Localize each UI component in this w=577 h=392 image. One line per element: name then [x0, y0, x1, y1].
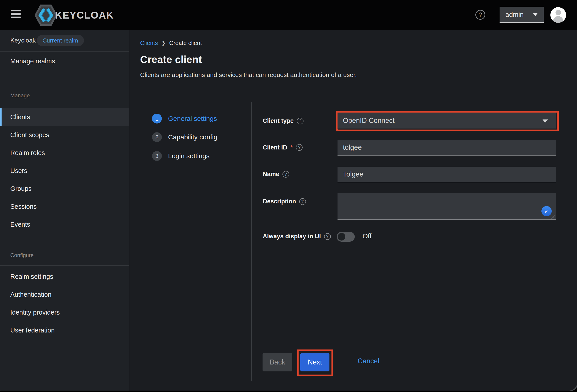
sidebar-item-sessions[interactable]: Sessions	[0, 198, 129, 215]
description-label: Description ?	[263, 198, 306, 205]
nav-group-configure: Configure	[10, 252, 34, 258]
user-menu-label: admin	[505, 11, 524, 18]
wizard-step-capability-config[interactable]: 2 Capability config	[152, 132, 217, 142]
step-label: General settings	[168, 115, 217, 122]
page-title: Create client	[140, 53, 202, 66]
client-type-value: OpenID Connect	[343, 117, 395, 125]
divider	[129, 91, 577, 91]
step-label: Capability config	[168, 133, 217, 141]
brand-text: KEYCLOAK	[55, 10, 114, 21]
step-number: 1	[152, 114, 162, 123]
wizard-step-general-settings[interactable]: 1 General settings	[152, 114, 217, 123]
always-display-toggle[interactable]	[337, 232, 355, 242]
sidebar-item-client-scopes[interactable]: Client scopes	[0, 126, 129, 144]
page-subtitle: Clients are applications and services th…	[140, 71, 357, 78]
sidebar-item-groups[interactable]: Groups	[0, 180, 129, 198]
help-icon[interactable]: ?	[299, 198, 306, 205]
breadcrumb: Clients ❯ Create client	[140, 40, 202, 46]
resize-handle-icon[interactable]	[550, 214, 555, 219]
always-display-label: Always display in UI ?	[263, 233, 331, 240]
sidebar-item-events[interactable]: Events	[0, 215, 129, 233]
wizard-step-login-settings[interactable]: 3 Login settings	[152, 151, 210, 161]
client-type-select[interactable]: OpenID Connect	[337, 112, 556, 129]
avatar[interactable]	[550, 7, 566, 23]
sidebar-item-users[interactable]: Users	[0, 162, 129, 180]
keycloak-logo-icon	[34, 3, 58, 27]
sidebar-item-manage-realms[interactable]: Manage realms	[0, 52, 129, 71]
caret-down-icon	[533, 13, 538, 16]
sidebar-item-clients[interactable]: Clients	[0, 108, 129, 126]
description-textarea[interactable]	[337, 193, 556, 220]
breadcrumb-clients-link[interactable]: Clients	[140, 40, 158, 46]
client-id-input[interactable]	[337, 140, 556, 155]
breadcrumb-current: Create client	[169, 40, 202, 46]
masthead: KEYCLOAK ? admin	[0, 0, 577, 30]
help-icon[interactable]: ?	[297, 118, 303, 124]
toggle-knob	[338, 233, 345, 241]
sidebar-item-realm-settings[interactable]: Realm settings	[0, 268, 129, 285]
step-number: 2	[152, 132, 162, 142]
sidebar: Keycloak Current realm Manage realms Man…	[0, 30, 129, 391]
nav-group-manage: Manage	[10, 92, 30, 99]
client-type-label: Client type ?	[263, 117, 303, 124]
divider	[0, 107, 129, 107]
main-content: Clients ❯ Create client Create client Cl…	[129, 30, 577, 391]
toggle-state-text: Off	[362, 232, 371, 240]
next-button[interactable]: Next	[300, 353, 329, 371]
step-label: Login settings	[168, 152, 210, 160]
cancel-link[interactable]: Cancel	[358, 357, 379, 365]
help-icon[interactable]: ?	[475, 10, 485, 20]
user-menu-dropdown[interactable]: admin	[500, 7, 544, 23]
realm-switcher: Keycloak Current realm	[0, 30, 129, 52]
required-asterisk: *	[290, 144, 293, 151]
client-id-label: Client ID * ?	[263, 144, 303, 151]
current-realm-badge[interactable]: Current realm	[37, 35, 84, 46]
keycloak-logo: KEYCLOAK	[34, 3, 114, 27]
name-label: Name ?	[263, 171, 289, 178]
sidebar-item-identity-providers[interactable]: Identity providers	[0, 303, 129, 321]
hamburger-menu-icon[interactable]	[11, 10, 21, 18]
app-window: KEYCLOAK ? admin Keycloak Current realm …	[0, 0, 577, 391]
help-icon[interactable]: ?	[296, 144, 303, 151]
sidebar-item-authentication[interactable]: Authentication	[0, 285, 129, 303]
help-icon[interactable]: ?	[283, 171, 289, 178]
realm-name: Keycloak	[10, 37, 36, 44]
help-icon[interactable]: ?	[324, 233, 331, 240]
sidebar-item-realm-roles[interactable]: Realm roles	[0, 144, 129, 162]
step-number: 3	[152, 151, 162, 161]
sidebar-item-user-federation[interactable]: User federation	[0, 321, 129, 339]
chevron-right-icon: ❯	[161, 40, 165, 46]
divider	[0, 265, 129, 266]
divider	[251, 102, 252, 381]
back-button[interactable]: Back	[262, 353, 292, 371]
caret-down-icon	[542, 119, 548, 123]
name-input[interactable]	[337, 167, 556, 182]
